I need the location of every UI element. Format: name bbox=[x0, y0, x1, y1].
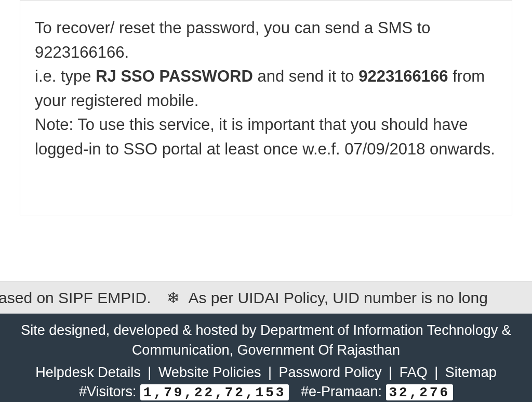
ticker-content: ID based on SIPF EMPID. ❄ As per UIDAI P… bbox=[0, 281, 488, 314]
info-line-2b: and send it to bbox=[253, 67, 358, 85]
info-paragraph: To recover/ reset the password, you can … bbox=[35, 16, 497, 161]
sms-keyword: RJ SSO PASSWORD bbox=[96, 67, 253, 85]
info-note: Note: To use this service, it is importa… bbox=[35, 115, 495, 158]
footer-links: Helpdesk Details | Website Policies | Pa… bbox=[0, 365, 532, 381]
separator: | bbox=[268, 365, 272, 380]
info-line-1: To recover/ reset the password, you can … bbox=[35, 19, 431, 61]
footer-credit: Site designed, developed & hosted by Dep… bbox=[0, 321, 532, 360]
visitors-counter: 1,79,22,72,153 bbox=[140, 384, 289, 400]
link-website-policies[interactable]: Website Policies bbox=[158, 365, 261, 380]
ticker-fragment-1: ID based on SIPF EMPID. bbox=[0, 289, 151, 306]
snowflake-icon: ❄ bbox=[167, 281, 180, 314]
link-password-policy[interactable]: Password Policy bbox=[279, 365, 382, 380]
site-footer: Site designed, developed & hosted by Dep… bbox=[0, 314, 532, 402]
sms-recovery-info-card: To recover/ reset the password, you can … bbox=[20, 0, 512, 215]
separator: | bbox=[434, 365, 438, 380]
sms-number: 9223166166 bbox=[358, 67, 448, 85]
link-faq[interactable]: FAQ bbox=[400, 365, 428, 380]
epramaan-counter: 32,276 bbox=[386, 384, 454, 400]
separator: | bbox=[148, 365, 151, 380]
link-helpdesk-details[interactable]: Helpdesk Details bbox=[35, 365, 141, 380]
info-line-2a: i.e. type bbox=[35, 67, 96, 85]
ticker-fragment-2: As per UIDAI Policy, UID number is no lo… bbox=[189, 289, 488, 306]
visitors-label: #Visitors: bbox=[79, 384, 137, 399]
separator: | bbox=[389, 365, 392, 380]
news-ticker: ID based on SIPF EMPID. ❄ As per UIDAI P… bbox=[0, 281, 532, 314]
link-sitemap[interactable]: Sitemap bbox=[445, 365, 497, 380]
footer-counters: #Visitors: 1,79,22,72,153 #e-Pramaan: 32… bbox=[0, 384, 532, 400]
epramaan-label: #e-Pramaan: bbox=[301, 384, 382, 399]
